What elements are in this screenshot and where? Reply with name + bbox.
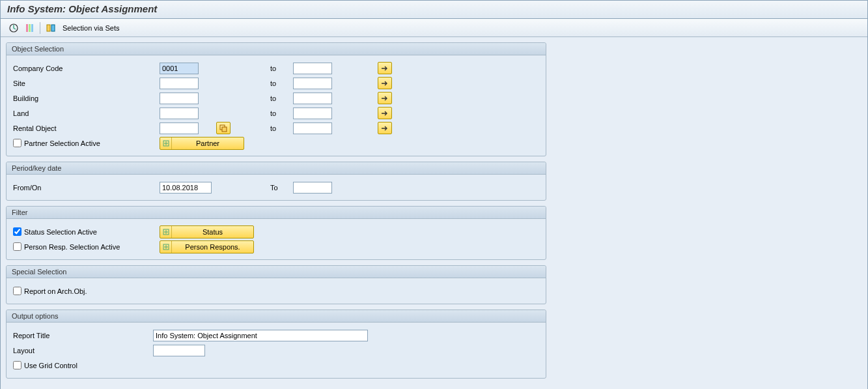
building-from-input[interactable] <box>160 93 199 104</box>
row-from-on: From/On To <box>13 180 539 195</box>
page-title: Info System: Object Assignment <box>1 1 867 19</box>
status-button-label: Status <box>172 228 253 236</box>
status-selection-active-label: Status Selection Active <box>24 228 97 236</box>
report-title-input[interactable] <box>153 330 368 341</box>
partner-button-label: Partner <box>172 139 244 147</box>
report-on-arch-obj-checkbox[interactable] <box>13 287 21 295</box>
row-report-on-arch-obj: Report on Arch.Obj. <box>13 283 539 298</box>
object-selection-title: Object Selection <box>7 43 546 55</box>
output-options-group: Output options Report Title Layout Use G… <box>6 310 546 379</box>
to-label: to <box>270 109 293 117</box>
partner-selection-active-checkbox[interactable] <box>13 139 21 147</box>
execute-icon[interactable] <box>7 22 20 35</box>
expand-icon <box>160 241 172 253</box>
main-window: Info System: Object Assignment Selection… <box>0 0 868 389</box>
svg-rect-2 <box>29 24 31 32</box>
svg-rect-4 <box>47 25 50 31</box>
layout-input[interactable] <box>153 345 205 356</box>
expand-icon <box>160 226 172 238</box>
selection-via-sets-button[interactable]: Selection via Sets <box>60 24 122 32</box>
svg-rect-1 <box>26 24 28 32</box>
partner-selection-active-label: Partner Selection Active <box>24 139 100 147</box>
output-options-title: Output options <box>7 310 546 323</box>
special-selection-title: Special Selection <box>7 266 546 278</box>
rental-object-label: Rental Object <box>13 124 160 132</box>
row-status-selection: Status Selection Active Status <box>13 224 539 239</box>
partner-button[interactable]: Partner <box>160 137 244 150</box>
row-use-grid-control: Use Grid Control <box>13 358 539 373</box>
site-to-input[interactable] <box>293 78 332 89</box>
site-label: Site <box>13 79 160 87</box>
layout-label: Layout <box>13 347 153 354</box>
status-button[interactable]: Status <box>160 225 254 238</box>
company-code-to-input[interactable] <box>293 63 332 74</box>
special-selection-group: Special Selection Report on Arch.Obj. <box>6 265 546 304</box>
period-to-input[interactable] <box>293 182 332 194</box>
building-to-input[interactable] <box>293 93 332 104</box>
person-resp-selection-active-label: Person Resp. Selection Active <box>24 243 120 251</box>
row-person-resp-selection: Person Resp. Selection Active Person Res… <box>13 239 539 254</box>
sets-icon[interactable] <box>44 22 57 35</box>
use-grid-control-checkbox[interactable] <box>13 361 21 369</box>
status-selection-active-checkbox[interactable] <box>13 227 21 236</box>
to-label: to <box>270 94 293 102</box>
use-grid-control-label: Use Grid Control <box>24 362 77 369</box>
rental-object-multiple-button[interactable] <box>378 122 392 134</box>
period-key-date-title: Period/key date <box>7 162 546 175</box>
to-label: to <box>270 124 293 132</box>
filter-group: Filter Status Selection Active Status <box>6 206 546 260</box>
from-on-label: From/On <box>13 184 160 192</box>
person-respons-button[interactable]: Person Respons. <box>160 240 254 253</box>
report-title-label: Report Title <box>13 332 153 339</box>
company-code-label: Company Code <box>13 65 160 72</box>
site-multiple-button[interactable] <box>378 77 392 89</box>
toolbar-separator <box>40 22 40 34</box>
content-area: Object Selection Company Code to Site to <box>1 37 867 389</box>
company-code-multiple-button[interactable] <box>378 62 392 74</box>
rental-object-search-button[interactable] <box>216 122 231 134</box>
variant-icon[interactable] <box>23 22 36 35</box>
row-partner-selection: Partner Selection Active Partner <box>13 136 539 151</box>
to-label: To <box>270 184 293 192</box>
company-code-from-input[interactable] <box>160 63 199 74</box>
to-label: to <box>270 79 293 87</box>
row-report-title: Report Title <box>13 328 539 343</box>
svg-rect-5 <box>51 25 55 31</box>
toolbar: Selection via Sets <box>1 19 867 37</box>
svg-rect-7 <box>222 127 227 132</box>
rental-object-to-input[interactable] <box>293 122 332 134</box>
to-label: to <box>270 65 293 72</box>
filter-title: Filter <box>7 207 546 219</box>
row-site: Site to <box>13 76 539 91</box>
building-multiple-button[interactable] <box>378 92 392 104</box>
land-to-input[interactable] <box>293 108 332 119</box>
period-key-date-group: Period/key date From/On To <box>6 162 546 201</box>
land-multiple-button[interactable] <box>378 107 392 119</box>
row-rental-object: Rental Object to <box>13 121 539 136</box>
row-building: Building to <box>13 91 539 106</box>
report-on-arch-obj-label: Report on Arch.Obj. <box>24 287 87 295</box>
person-resp-selection-active-checkbox[interactable] <box>13 242 21 251</box>
site-from-input[interactable] <box>160 78 199 89</box>
land-from-input[interactable] <box>160 108 199 119</box>
land-label: Land <box>13 109 160 117</box>
building-label: Building <box>13 94 160 102</box>
person-respons-button-label: Person Respons. <box>172 243 253 251</box>
object-selection-group: Object Selection Company Code to Site to <box>6 42 546 156</box>
rental-object-from-input[interactable] <box>160 122 199 134</box>
row-land: Land to <box>13 106 539 121</box>
svg-rect-3 <box>31 24 33 32</box>
row-company-code: Company Code to <box>13 61 539 76</box>
expand-icon <box>160 137 172 149</box>
from-on-input[interactable] <box>160 182 212 194</box>
row-layout: Layout <box>13 343 539 358</box>
